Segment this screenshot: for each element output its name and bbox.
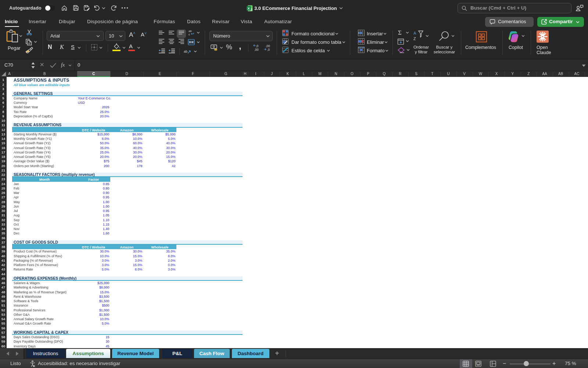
svg-text:c: c [189,33,190,36]
svg-text:ab: ab [184,50,187,53]
svg-text:,00: ,00 [266,44,270,48]
svg-text:,0: ,0 [267,48,270,51]
svg-text:,0: ,0 [256,44,258,48]
svg-text:,00: ,00 [254,48,259,51]
svg-text:X: X [248,6,250,10]
svg-text:A: A [413,31,416,35]
svg-text:Z: Z [413,36,416,41]
svg-text:ab: ab [189,29,192,33]
